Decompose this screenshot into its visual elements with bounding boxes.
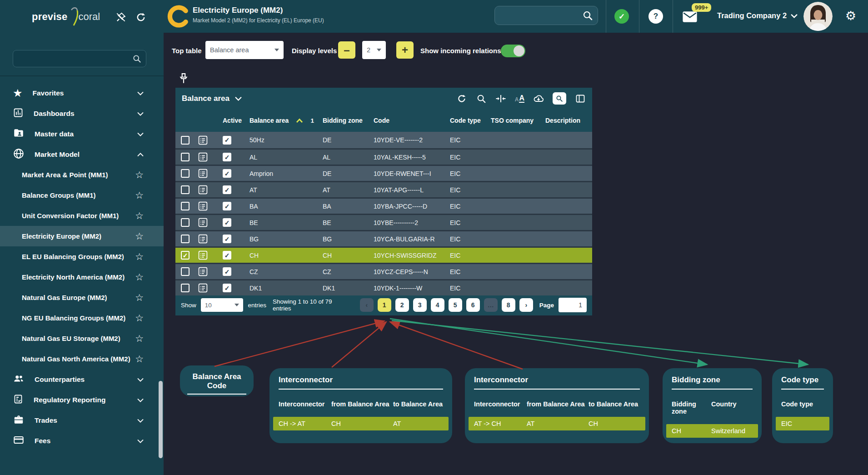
row-active-checkbox[interactable]: ✓ <box>223 267 231 276</box>
row-details-icon[interactable] <box>198 283 223 293</box>
favorite-star-icon[interactable]: ☆ <box>135 354 144 364</box>
sidebar-subitem-natural-gas-europe[interactable]: Natural Gas Europe (MM2) ☆ <box>0 287 164 308</box>
refresh-sidebar-icon[interactable] <box>135 11 147 24</box>
table-row[interactable]: ✓ BE BE 10YBE----------2 EIC <box>175 214 592 230</box>
sidebar-item-regulatory-reporting[interactable]: Regulatory Reporting <box>0 390 164 410</box>
sidebar-subitem-natural-gas-eu-storage[interactable]: Natural Gas EU Storage (MM2) ☆ <box>0 328 164 349</box>
row-details-icon[interactable] <box>198 135 223 145</box>
favorite-star-icon[interactable]: ☆ <box>135 334 144 343</box>
card-interconnector-outgoing[interactable]: Interconnector Interconnector from Balan… <box>269 368 452 443</box>
favorite-star-icon[interactable]: ☆ <box>135 190 144 200</box>
collapse-columns-icon[interactable] <box>495 93 506 104</box>
favorite-star-icon[interactable]: ☆ <box>135 252 144 261</box>
pin-table-icon[interactable] <box>179 73 189 86</box>
gear-icon[interactable]: ⚙ <box>845 9 856 23</box>
row-active-checkbox[interactable]: ✓ <box>223 235 231 243</box>
row-select-checkbox[interactable] <box>181 153 190 161</box>
sidebar-search-input[interactable] <box>18 55 132 62</box>
sidebar-subitem-electricity-europe[interactable]: Electricity Europe (MM2) ☆ <box>0 226 164 246</box>
favorite-star-icon[interactable]: ☆ <box>135 211 144 220</box>
sidebar-item-trades[interactable]: Trades <box>0 410 164 430</box>
col-code[interactable]: Code <box>374 117 450 124</box>
table-row-selected[interactable]: ✓ ✓ CH CH 10YCH-SWISSGRIDZ EIC <box>175 246 592 263</box>
chevron-down-icon[interactable] <box>235 96 242 101</box>
row-select-checkbox[interactable] <box>181 284 190 292</box>
row-select-checkbox[interactable] <box>181 218 190 227</box>
row-active-checkbox[interactable]: ✓ <box>223 185 231 194</box>
table-row[interactable]: ✓ AT AT 10YAT-APG------L EIC <box>175 181 592 197</box>
card-balance-area-code[interactable]: Balance Area Code <box>180 365 254 396</box>
row-active-checkbox[interactable]: ✓ <box>223 169 231 178</box>
favorite-star-icon[interactable]: ☆ <box>135 313 144 323</box>
row-details-icon[interactable] <box>198 152 223 162</box>
font-size-icon[interactable]: AA <box>515 94 524 103</box>
col-tso-company[interactable]: TSO company <box>491 117 545 124</box>
search-icon[interactable] <box>582 10 593 21</box>
favorite-star-icon[interactable]: ☆ <box>135 170 144 180</box>
card-data-row[interactable]: CH -> AT CH AT <box>273 417 449 430</box>
table-row[interactable]: ✓ Amprion DE 10YDE-RWENET---I EIC <box>175 165 592 181</box>
row-select-checkbox[interactable] <box>181 202 190 210</box>
prev-page-button[interactable]: ‹ <box>360 298 374 312</box>
messages-icon[interactable] <box>683 11 697 25</box>
row-select-checkbox[interactable] <box>181 169 190 178</box>
sidebar-subitem-ng-eu-balancing-groups[interactable]: NG EU Balancing Groups (MM2) ☆ <box>0 308 164 328</box>
table-title[interactable]: Balance area <box>182 94 229 103</box>
row-active-checkbox[interactable]: ✓ <box>223 218 231 227</box>
row-active-checkbox[interactable]: ✓ <box>223 284 231 292</box>
row-active-checkbox[interactable]: ✓ <box>223 153 231 161</box>
page-button-6[interactable]: 6 <box>466 298 480 312</box>
card-data-row[interactable]: EIC <box>776 417 829 430</box>
card-interconnector-incoming[interactable]: Interconnector Interconnector from Balan… <box>465 368 649 443</box>
sidebar-item-dashboards[interactable]: Dashboards <box>0 103 164 124</box>
card-data-row[interactable]: CH Switzerland <box>666 424 758 438</box>
sidebar-item-favorites[interactable]: ★ Favorites <box>0 83 164 103</box>
sidebar-subitem-unit-conversion[interactable]: Unit Conversion Factor (MM1) ☆ <box>0 205 164 226</box>
sidebar-item-counterparties[interactable]: Counterparties <box>0 369 164 390</box>
row-select-checkbox[interactable]: ✓ <box>181 251 190 260</box>
page-button-4[interactable]: 4 <box>431 298 444 312</box>
page-button-3[interactable]: 3 <box>413 298 427 312</box>
page-button-1[interactable]: 1 <box>378 298 391 312</box>
unpin-sidebar-icon[interactable] <box>115 11 127 24</box>
increase-levels-button[interactable]: + <box>396 41 414 59</box>
card-bidding-zone[interactable]: Bidding zone Bidding zone Country CH Swi… <box>663 368 762 443</box>
sidebar-subitem-balance-groups[interactable]: Balance Groups (MM1) ☆ <box>0 185 164 205</box>
favorite-star-icon[interactable]: ☆ <box>135 272 144 282</box>
table-row[interactable]: ✓ DK1 DK1 10YDK-1--------W EIC <box>175 279 592 295</box>
sidebar-subitem-market-area-point[interactable]: Market Area & Point (MM1) ☆ <box>0 165 164 185</box>
row-details-icon[interactable] <box>198 218 223 227</box>
row-active-checkbox[interactable]: ✓ <box>223 202 231 210</box>
col-active[interactable]: Active <box>223 117 249 124</box>
row-details-icon[interactable] <box>198 169 223 178</box>
favorite-star-icon[interactable]: ☆ <box>135 293 144 302</box>
sidebar-item-fees[interactable]: Fees <box>0 430 164 451</box>
sidebar-scrollbar-thumb[interactable] <box>159 381 163 458</box>
page-size-select[interactable]: 10 <box>201 298 244 312</box>
levels-select[interactable]: 2 <box>362 41 386 59</box>
sidebar-subitem-electricity-north-america[interactable]: Electricity North America (MM2) ☆ <box>0 267 164 287</box>
refresh-icon[interactable] <box>456 93 467 104</box>
sidebar-subitem-natural-gas-north-america[interactable]: Natural Gas North America (MM2) ☆ <box>0 349 164 369</box>
col-bidding-zone[interactable]: Bidding zone <box>323 117 374 124</box>
page-button-8[interactable]: 8 <box>502 298 515 312</box>
col-code-type[interactable]: Code type <box>450 117 491 124</box>
user-avatar[interactable] <box>803 2 833 31</box>
table-row[interactable]: ✓ CZ CZ 10YCZ-CEPS-----N EIC <box>175 263 592 279</box>
sidebar-item-market-model[interactable]: Market Model <box>0 144 164 165</box>
top-table-select[interactable]: Balance area <box>205 41 284 59</box>
page-button-2[interactable]: 2 <box>395 298 409 312</box>
card-data-row[interactable]: AT -> CH AT CH <box>469 417 645 430</box>
page-number-input[interactable] <box>559 298 587 312</box>
row-active-checkbox[interactable]: ✓ <box>223 251 231 260</box>
global-search-input[interactable] <box>499 12 582 19</box>
table-row[interactable]: ✓ BG BG 10YCA-BULGARIA-R EIC <box>175 230 592 246</box>
company-selector[interactable]: Trading Company 2 <box>717 11 798 20</box>
card-code-type[interactable]: Code type Code type EIC <box>772 368 833 443</box>
row-select-checkbox[interactable] <box>181 136 190 145</box>
row-details-icon[interactable] <box>198 267 223 276</box>
row-details-icon[interactable] <box>198 201 223 211</box>
sidebar-subitem-el-eu-balancing-groups[interactable]: EL EU Balancing Groups (MM2) ☆ <box>0 246 164 267</box>
decrease-levels-button[interactable]: – <box>338 41 355 59</box>
row-select-checkbox[interactable] <box>181 235 190 243</box>
